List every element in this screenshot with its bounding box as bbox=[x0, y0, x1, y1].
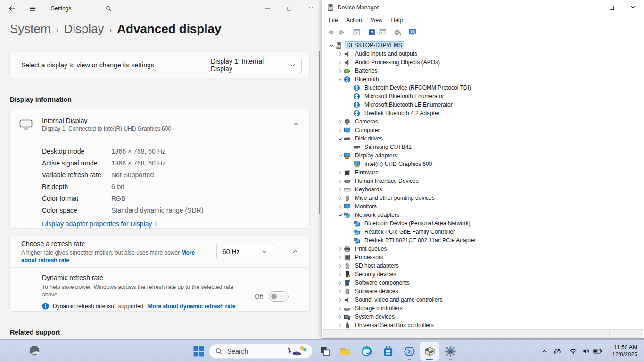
search-button[interactable] bbox=[101, 2, 116, 15]
more-about-dynamic-refresh-link[interactable]: More about dynamic refresh rate bbox=[148, 303, 235, 310]
chevron-collapsed-icon[interactable] bbox=[336, 178, 344, 184]
chevron-collapsed-icon[interactable] bbox=[336, 272, 344, 277]
chevron-collapsed-icon[interactable] bbox=[336, 195, 344, 201]
chevron-expanded-icon[interactable] bbox=[328, 42, 335, 48]
chevron-collapsed-icon[interactable] bbox=[336, 119, 344, 124]
tree-item[interactable]: SD host adapters bbox=[326, 262, 643, 270]
toolbar-back-button[interactable] bbox=[325, 27, 336, 38]
tree-item[interactable]: Display adapters bbox=[326, 151, 643, 160]
tree-item[interactable]: Disk drives bbox=[326, 134, 643, 143]
chevron-collapsed-icon[interactable] bbox=[336, 288, 344, 294]
chevron-collapsed-icon[interactable] bbox=[336, 255, 344, 260]
display-adapter-properties-link[interactable]: Display adapter properties for Display 1 bbox=[42, 220, 157, 228]
chevron-expanded-icon[interactable] bbox=[336, 136, 344, 141]
chevron-collapsed-icon[interactable] bbox=[336, 297, 344, 303]
menu-file[interactable]: File bbox=[324, 16, 342, 25]
toolbar-console-tree-button[interactable] bbox=[351, 27, 362, 38]
tree-item[interactable]: Batteries bbox=[326, 66, 643, 75]
tree-item[interactable]: Samsung CUTB42 bbox=[326, 143, 643, 151]
tree-item[interactable]: Sound, video and game controllers bbox=[326, 296, 643, 304]
chevron-collapsed-icon[interactable] bbox=[336, 127, 344, 133]
close-button[interactable] bbox=[300, 0, 322, 17]
task-view-taskbar-button[interactable] bbox=[315, 342, 334, 361]
menu-view[interactable]: View bbox=[366, 16, 387, 25]
tray-cloud-off-button[interactable] bbox=[551, 344, 564, 359]
tree-item[interactable]: Bluetooth Device (RFCOMM Protocol TDI) bbox=[326, 83, 643, 92]
chevron-collapsed-icon[interactable] bbox=[336, 280, 344, 286]
tree-item[interactable]: Realtek RTL8821CE 802.11ac PCIe Adapter bbox=[326, 236, 643, 245]
tree-item[interactable]: Software devices bbox=[326, 287, 643, 296]
chevron-expanded-icon[interactable] bbox=[336, 153, 344, 158]
tree-item[interactable]: Universal Serial Bus controllers bbox=[326, 321, 643, 329]
maximize-button[interactable] bbox=[278, 0, 300, 17]
chevron-up-icon[interactable] bbox=[292, 249, 298, 255]
tree-item[interactable]: Realtek PCIe GbE Family Controller bbox=[326, 228, 643, 236]
toolbar-remote-button[interactable] bbox=[407, 27, 418, 38]
tree-item[interactable]: Print queues bbox=[326, 245, 643, 253]
file-explorer-taskbar-button[interactable] bbox=[336, 342, 355, 361]
chevron-collapsed-icon[interactable] bbox=[336, 305, 344, 311]
start-button[interactable] bbox=[189, 342, 208, 361]
minimize-button[interactable] bbox=[580, 0, 601, 15]
tree-item[interactable]: Software components bbox=[326, 279, 643, 287]
breadcrumb-system[interactable]: System bbox=[10, 22, 51, 36]
taskbar-search-box[interactable]: Search bbox=[209, 344, 313, 359]
back-button[interactable] bbox=[5, 2, 19, 15]
tree-item[interactable]: Microsoft Bluetooth Enumerator bbox=[326, 92, 643, 100]
tree-item[interactable]: Network adapters bbox=[326, 211, 643, 219]
chevron-expanded-icon[interactable] bbox=[336, 212, 344, 218]
settings-taskbar-button[interactable] bbox=[441, 342, 460, 361]
dynamic-refresh-toggle[interactable] bbox=[269, 291, 289, 302]
tree-item[interactable]: System devices bbox=[326, 313, 643, 321]
chevron-collapsed-icon[interactable] bbox=[336, 204, 344, 209]
store-taskbar-button[interactable] bbox=[379, 342, 397, 361]
minimize-button[interactable] bbox=[256, 0, 278, 17]
tree-item[interactable]: Intel(R) UHD Graphics 600 bbox=[326, 160, 643, 168]
maximize-button[interactable] bbox=[601, 0, 622, 15]
chevron-up-icon[interactable] bbox=[293, 122, 299, 127]
tree-item[interactable]: Security devices bbox=[326, 270, 643, 279]
tree-item[interactable]: Audio Processing Objects (APOs) bbox=[326, 58, 643, 66]
toolbar-help-button[interactable]: ? bbox=[366, 27, 377, 38]
tree-item[interactable]: Bluetooth bbox=[326, 75, 643, 83]
tree-item[interactable]: Storage controllers bbox=[326, 304, 643, 313]
chevron-collapsed-icon[interactable] bbox=[336, 68, 344, 74]
tree-item[interactable]: Firmware bbox=[326, 168, 643, 177]
tree-item[interactable]: Mice and other pointing devices bbox=[326, 194, 643, 202]
taskbar-clock[interactable]: 11:50 AM 12/8/2025 bbox=[604, 344, 637, 358]
settings-scrollbar[interactable] bbox=[319, 51, 320, 214]
toolbar-action-pane-button[interactable] bbox=[377, 27, 388, 38]
display-select-dropdown[interactable]: Display 1: Internal Display bbox=[205, 58, 302, 73]
tree-item[interactable]: Computer bbox=[326, 126, 643, 134]
edge-taskbar-button[interactable] bbox=[357, 342, 376, 361]
chevron-collapsed-icon[interactable] bbox=[336, 59, 344, 65]
tree-item[interactable]: Audio inputs and outputs bbox=[326, 49, 643, 58]
internal-display-header[interactable]: Internal Display Display 1: Connected to… bbox=[10, 109, 309, 140]
tree-item[interactable]: Processors bbox=[326, 253, 643, 262]
navigation-menu-button[interactable] bbox=[25, 2, 40, 15]
chevron-expanded-icon[interactable] bbox=[336, 76, 344, 82]
chevron-collapsed-icon[interactable] bbox=[336, 246, 344, 252]
toolbar-scan-button[interactable] bbox=[392, 27, 403, 38]
chevron-collapsed-icon[interactable] bbox=[336, 263, 344, 269]
toolbar-forward-button[interactable] bbox=[336, 27, 347, 38]
tree-item[interactable]: Bluetooth Device (Personal Area Network) bbox=[326, 219, 643, 228]
tree-item[interactable]: DESKTOP-D3PVFMS bbox=[326, 41, 643, 49]
tray-battery-button[interactable] bbox=[591, 344, 605, 359]
tray-chevron-up-button[interactable] bbox=[539, 344, 550, 359]
tree-item[interactable]: Realtek Bluetooth 4.2 Adapter bbox=[326, 109, 643, 117]
tree-item[interactable]: Cameras bbox=[326, 117, 643, 126]
close-button[interactable] bbox=[622, 0, 644, 15]
chevron-collapsed-icon[interactable] bbox=[336, 170, 344, 175]
widgets-weather-button[interactable] bbox=[25, 342, 44, 361]
menu-help[interactable]: Help bbox=[387, 16, 407, 25]
chevron-collapsed-icon[interactable] bbox=[336, 322, 344, 328]
menu-action[interactable]: Action bbox=[342, 16, 366, 25]
powershell-taskbar-button[interactable] bbox=[400, 342, 419, 361]
chevron-collapsed-icon[interactable] bbox=[336, 187, 344, 192]
tree-item[interactable]: Monitors bbox=[326, 202, 643, 211]
refresh-rate-dropdown[interactable]: 60 Hz bbox=[216, 244, 273, 259]
device-manager-taskbar-button[interactable] bbox=[420, 342, 439, 361]
tree-item[interactable]: Human Interface Devices bbox=[326, 177, 643, 185]
chevron-collapsed-icon[interactable] bbox=[336, 51, 344, 57]
